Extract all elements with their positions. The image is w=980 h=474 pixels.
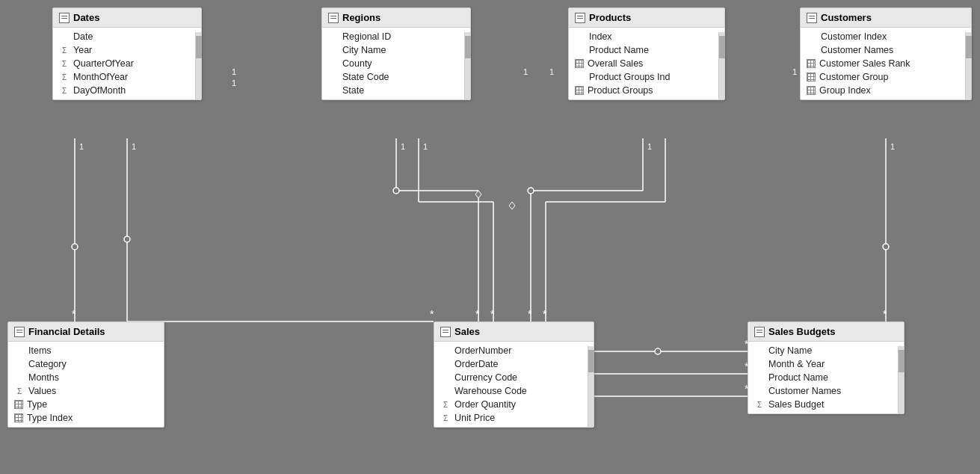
- list-item: Product Groups: [569, 84, 724, 97]
- scroll-thumb[interactable]: [196, 36, 202, 58]
- products-table-header: Products: [569, 8, 724, 28]
- sales-budgets-table-header: Sales Budgets: [748, 322, 904, 342]
- regions-table-header: Regions: [322, 8, 470, 28]
- sales-budgets-table: Sales Budgets City Name Month & Year Pro…: [748, 321, 905, 414]
- table-icon-sales-budgets: [754, 327, 765, 337]
- financial-details-table-header: Financial Details: [8, 322, 164, 342]
- list-item: Customer Group: [801, 70, 971, 84]
- list-item: State Code: [322, 70, 470, 84]
- regions-table-title: Regions: [342, 12, 380, 23]
- scrollbar[interactable]: [718, 32, 724, 99]
- grid-icon: [807, 73, 816, 81]
- sales-budgets-table-title: Sales Budgets: [768, 326, 836, 337]
- dates-table-header: Dates: [53, 8, 201, 28]
- svg-point-27: [883, 244, 889, 250]
- list-item: OrderDate: [434, 357, 594, 371]
- list-item: Group Index: [801, 84, 971, 97]
- table-icon-customers: [807, 13, 817, 23]
- list-item: Customer Sales Rank: [801, 57, 971, 70]
- scroll-thumb[interactable]: [719, 36, 725, 58]
- field-label: MonthOfYear: [73, 72, 128, 82]
- sales-table-header: Sales: [434, 322, 594, 342]
- dates-table-body: Date Σ Year Σ QuarterOfYear Σ MonthOfYea…: [53, 28, 201, 99]
- field-label: Product Groups: [588, 85, 653, 96]
- svg-text:1: 1: [792, 67, 797, 76]
- grid-icon: [807, 86, 816, 95]
- list-item: Overall Sales: [569, 57, 724, 70]
- field-label: OrderDate: [454, 359, 498, 369]
- field-label: Type: [27, 399, 47, 410]
- svg-text:1: 1: [401, 142, 405, 151]
- customers-table-title: Customers: [821, 12, 872, 23]
- field-label: Product Name: [768, 372, 828, 383]
- products-table-title: Products: [589, 12, 631, 23]
- svg-point-20: [528, 188, 534, 194]
- regions-table-body: Regional ID City Name County State Code …: [322, 28, 470, 99]
- sigma-icon: Σ: [59, 73, 70, 81]
- list-item: Σ Values: [8, 384, 164, 398]
- field-label: Currency Code: [454, 372, 517, 383]
- svg-text:*: *: [475, 308, 480, 320]
- list-item: Regional ID: [322, 30, 470, 43]
- table-icon-dates: [59, 13, 70, 23]
- dates-table: Dates Date Σ Year Σ QuarterOfYear Σ Mont…: [52, 7, 202, 100]
- table-icon-products: [575, 13, 585, 23]
- list-item: Σ QuarterOfYear: [53, 57, 201, 70]
- svg-text:*: *: [528, 308, 532, 320]
- scroll-thumb[interactable]: [899, 350, 905, 372]
- scrollbar[interactable]: [195, 32, 201, 99]
- sales-table-title: Sales: [454, 326, 480, 337]
- grid-icon: [575, 59, 584, 68]
- field-label: Months: [28, 372, 59, 383]
- list-item: Σ Year: [53, 43, 201, 57]
- svg-text:1: 1: [423, 142, 428, 151]
- sigma-icon: Σ: [59, 60, 70, 68]
- customers-table-header: Customers: [801, 8, 971, 28]
- scrollbar[interactable]: [898, 346, 904, 413]
- list-item: Date: [53, 30, 201, 43]
- list-item: Customer Names: [748, 384, 904, 398]
- field-label: Customer Names: [821, 45, 893, 55]
- scrollbar[interactable]: [965, 32, 971, 99]
- grid-icon: [575, 86, 584, 95]
- regions-table: Regions Regional ID City Name County Sta…: [321, 7, 471, 100]
- field-label: OrderNumber: [454, 345, 511, 356]
- products-table: Products Index Product Name Overall Sale…: [568, 7, 725, 100]
- customers-table-body: Customer Index Customer Names Customer S…: [801, 28, 971, 99]
- list-item: Customer Names: [801, 43, 971, 57]
- list-item: Product Name: [748, 371, 904, 384]
- scrollbar[interactable]: [464, 32, 470, 99]
- scroll-thumb[interactable]: [966, 36, 972, 58]
- scroll-thumb[interactable]: [465, 36, 471, 58]
- field-label: Values: [28, 386, 56, 396]
- list-item: OrderNumber: [434, 344, 594, 357]
- field-label: Customer Group: [819, 72, 888, 82]
- field-label: County: [342, 58, 372, 69]
- field-label: Customer Names: [768, 386, 841, 396]
- field-label: State Code: [342, 72, 389, 82]
- scrollbar[interactable]: [588, 346, 594, 427]
- list-item: Type: [8, 398, 164, 411]
- field-label: Items: [28, 345, 52, 356]
- list-item: Type Index: [8, 411, 164, 425]
- field-label: City Name: [342, 45, 386, 55]
- svg-text:*: *: [430, 308, 434, 320]
- svg-point-8: [393, 188, 399, 194]
- list-item: Month & Year: [748, 357, 904, 371]
- field-label: Date: [73, 31, 93, 42]
- list-item: State: [322, 84, 470, 97]
- svg-text:*: *: [883, 308, 887, 320]
- list-item: Months: [8, 371, 164, 384]
- field-label: DayOfMonth: [73, 85, 126, 96]
- list-item: City Name: [748, 344, 904, 357]
- field-label: Customer Sales Rank: [819, 58, 910, 69]
- field-label: Product Name: [589, 45, 649, 55]
- field-label: Customer Index: [821, 31, 887, 42]
- grid-icon: [14, 400, 23, 409]
- field-label: Product Groups Ind: [589, 72, 670, 82]
- table-icon-sales: [440, 327, 451, 337]
- scroll-thumb[interactable]: [588, 350, 594, 372]
- field-label: Regional ID: [342, 31, 391, 42]
- list-item: Customer Index: [801, 30, 971, 43]
- list-item: Product Groups Ind: [569, 70, 724, 84]
